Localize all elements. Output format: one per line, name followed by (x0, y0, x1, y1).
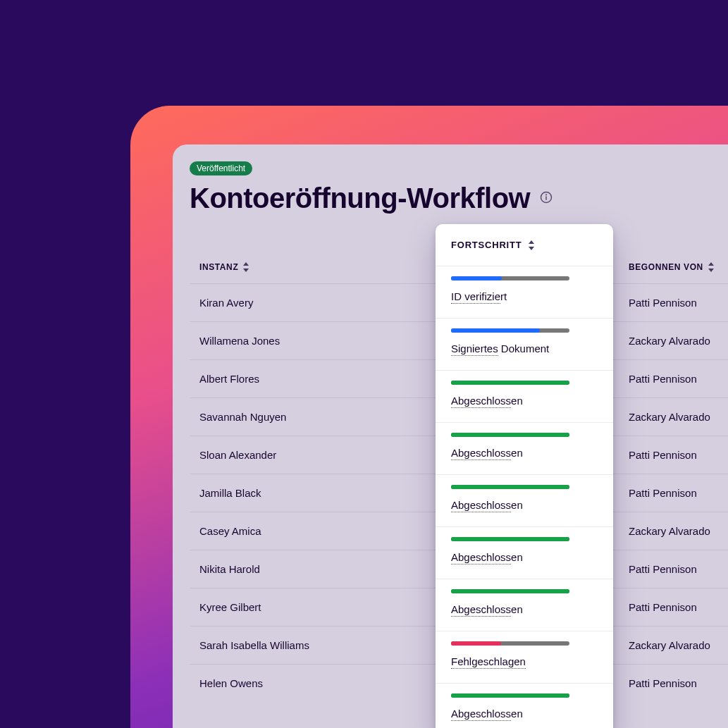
cell-instance: Albert Flores (190, 373, 429, 385)
progress-label: Abgeschlossen (451, 708, 523, 720)
column-header-instance[interactable]: INSTANZ (190, 262, 429, 272)
progress-bar (451, 641, 569, 646)
progress-bar (451, 328, 569, 333)
cell-started-by: Patti Pennison (607, 601, 728, 613)
progress-bar-fill (451, 433, 569, 437)
cell-instance: Casey Amica (190, 525, 429, 537)
cell-started-by: Zackary Alvarado (607, 525, 728, 537)
progress-row[interactable]: Abgeschlossen (436, 684, 613, 728)
progress-bar (451, 381, 569, 385)
cell-started-by: Zackary Alvarado (607, 411, 728, 423)
svg-point-2 (546, 194, 547, 195)
cell-started-by: Patti Pennison (607, 373, 728, 385)
progress-bar-fill (451, 381, 569, 385)
progress-bar (451, 276, 569, 280)
progress-label: Abgeschlossen (451, 551, 523, 563)
sort-icon (708, 262, 715, 272)
status-badge: Veröffentlicht (190, 161, 252, 175)
column-header-label: BEGONNEN VON (629, 262, 703, 272)
progress-bar-fill (451, 693, 569, 698)
progress-bar-fill (451, 328, 540, 333)
progress-label: Abgeschlossen (451, 447, 523, 459)
progress-bar (451, 537, 569, 541)
progress-label: ID verifiziert (451, 290, 507, 302)
column-header-progress[interactable]: FORTSCHRITT (436, 224, 613, 266)
cell-started-by: Patti Pennison (607, 449, 728, 461)
cell-instance: Sloan Alexander (190, 449, 429, 461)
cell-instance: Jamilla Black (190, 487, 429, 499)
cell-started-by: Zackary Alvarado (607, 335, 728, 347)
progress-label: Signiertes Dokument (451, 343, 549, 354)
progress-label: Abgeschlossen (451, 395, 523, 407)
progress-row[interactable]: ID verifiziert (436, 266, 613, 319)
cell-started-by: Patti Pennison (607, 297, 728, 309)
progress-label: Abgeschlossen (451, 603, 523, 615)
cell-instance: Helen Owens (190, 677, 429, 689)
progress-row[interactable]: Abgeschlossen (436, 423, 613, 475)
progress-bar-fill (451, 276, 502, 280)
progress-row[interactable]: Abgeschlossen (436, 371, 613, 423)
progress-bar (451, 693, 569, 698)
progress-label: Abgeschlossen (451, 499, 523, 511)
progress-bar-fill (451, 485, 569, 489)
column-header-started-by[interactable]: BEGONNEN VON (607, 262, 728, 272)
progress-bar-fill (451, 641, 501, 646)
cell-instance: Sarah Isabella Williams (190, 639, 429, 651)
progress-row[interactable]: Abgeschlossen (436, 579, 613, 631)
cell-started-by: Zackary Alvarado (607, 639, 728, 651)
cell-started-by: Patti Pennison (607, 677, 728, 689)
progress-label: Fehlgeschlagen (451, 655, 526, 667)
progress-row[interactable]: Abgeschlossen (436, 527, 613, 579)
sort-icon (242, 262, 249, 272)
info-icon[interactable] (540, 191, 553, 206)
column-header-label: INSTANZ (199, 262, 238, 272)
cell-instance: Kiran Avery (190, 297, 429, 309)
cell-started-by: Patti Pennison (607, 563, 728, 575)
progress-bar (451, 485, 569, 489)
column-header-label: FORTSCHRITT (451, 240, 522, 250)
cell-started-by: Patti Pennison (607, 487, 728, 499)
sort-icon (528, 240, 535, 250)
progress-bar-fill (451, 589, 569, 593)
progress-bar (451, 589, 569, 593)
cell-instance: Kyree Gilbert (190, 601, 429, 613)
title-row: Kontoeröffnung-Workflow (190, 183, 728, 214)
progress-bar-fill (451, 537, 569, 541)
progress-card: FORTSCHRITT ID verifiziertSigniertes Dok… (436, 224, 613, 728)
progress-row[interactable]: Signiertes Dokument (436, 319, 613, 371)
page-title: Kontoeröffnung-Workflow (190, 183, 530, 214)
progress-row[interactable]: Fehlgeschlagen (436, 631, 613, 684)
cell-instance: Savannah Nguyen (190, 411, 429, 423)
progress-row[interactable]: Abgeschlossen (436, 475, 613, 527)
progress-bar (451, 433, 569, 437)
cell-instance: Willamena Jones (190, 335, 429, 347)
cell-instance: Nikita Harold (190, 563, 429, 575)
